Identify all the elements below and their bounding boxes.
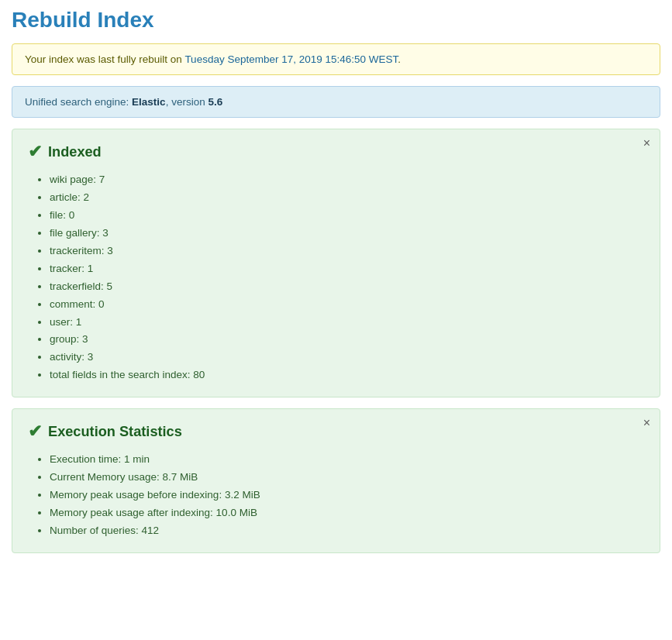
list-item: Memory peak usage after indexing: 10.0 M…	[50, 504, 644, 522]
list-item: Current Memory usage: 8.7 MiB	[50, 469, 644, 487]
indexed-title-text: Indexed	[48, 144, 102, 160]
search-engine-version-label: , version	[166, 96, 208, 108]
list-item: wiki page: 7	[50, 171, 644, 189]
search-engine-version: 5.6	[208, 96, 222, 108]
indexed-close-button[interactable]: ×	[643, 137, 650, 150]
notice-text: Your index was last fully rebuilt on	[25, 53, 184, 65]
list-item: trackeritem: 3	[50, 243, 644, 260]
indexed-list: wiki page: 7article: 2file: 0file galler…	[28, 171, 644, 384]
list-item: total fields in the search index: 80	[50, 366, 644, 384]
list-item: Number of queries: 412	[50, 522, 644, 540]
page-title: Rebuild Index	[12, 8, 660, 33]
list-item: group: 3	[50, 331, 644, 349]
last-rebuild-notice: Your index was last fully rebuilt on Tue…	[12, 43, 660, 75]
list-item: activity: 3	[50, 349, 644, 366]
list-item: user: 1	[50, 314, 644, 332]
indexed-card-title: ✔ Indexed	[28, 142, 644, 162]
notice-suffix: .	[398, 53, 401, 65]
execution-card: × ✔ Execution Statistics Execution time:…	[12, 408, 660, 553]
check-icon: ✔	[28, 142, 42, 162]
list-item: Execution time: 1 min	[50, 451, 644, 469]
search-engine-name: Elastic	[132, 96, 166, 108]
execution-list: Execution time: 1 minCurrent Memory usag…	[28, 451, 644, 540]
execution-close-button[interactable]: ×	[643, 417, 650, 429]
search-engine-prefix: Unified search engine:	[25, 96, 132, 108]
execution-card-title: ✔ Execution Statistics	[28, 422, 644, 442]
execution-title-text: Execution Statistics	[48, 424, 182, 440]
list-item: tracker: 1	[50, 260, 644, 278]
list-item: trackerfield: 5	[50, 278, 644, 296]
notice-date: Tuesday September 17, 2019 15:46:50 WEST	[184, 53, 398, 65]
indexed-card: × ✔ Indexed wiki page: 7article: 2file: …	[12, 129, 660, 397]
check-icon-2: ✔	[28, 422, 42, 442]
list-item: file: 0	[50, 207, 644, 225]
list-item: Memory peak usage before indexing: 3.2 M…	[50, 487, 644, 504]
search-engine-info: Unified search engine: Elastic, version …	[12, 86, 660, 118]
list-item: comment: 0	[50, 296, 644, 314]
list-item: article: 2	[50, 189, 644, 207]
list-item: file gallery: 3	[50, 225, 644, 243]
